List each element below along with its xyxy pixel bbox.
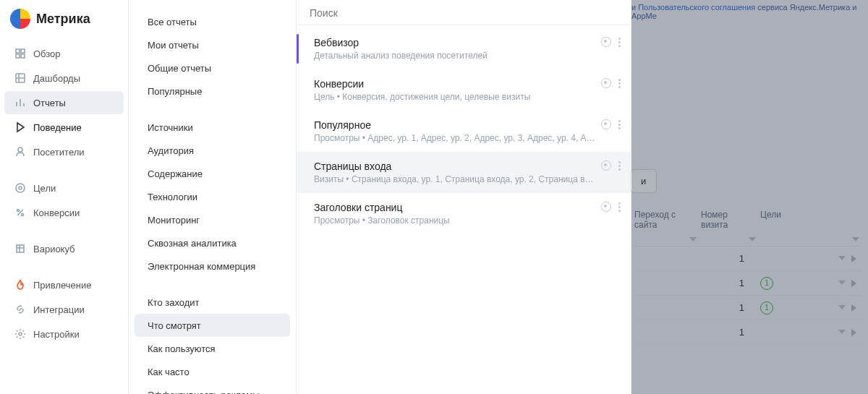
- cat-my-reports[interactable]: Мои отчеты: [135, 33, 290, 56]
- link-icon: [14, 304, 26, 315]
- gear-icon: [14, 328, 26, 340]
- nav-label: Поведение: [33, 122, 82, 133]
- cat-content[interactable]: Содержание: [135, 162, 290, 185]
- cat-tech[interactable]: Технологии: [135, 185, 290, 208]
- nav-acquisition[interactable]: Привлечение: [4, 273, 124, 296]
- nav-dashboards[interactable]: Дашборды: [4, 67, 124, 90]
- play-icon[interactable]: [851, 304, 856, 312]
- report-group-behavior: Кто заходит Что смотрят Как пользуются К…: [129, 291, 296, 394]
- cat-shared-reports[interactable]: Общие отчеты: [135, 56, 290, 80]
- nav-label: Вариокуб: [33, 244, 75, 254]
- nav-settings[interactable]: Настройки: [4, 322, 124, 346]
- more-icon[interactable]: [618, 38, 621, 47]
- logo-text: Метрика: [36, 12, 90, 27]
- filter-icon[interactable]: [852, 237, 859, 243]
- play-icon[interactable]: [851, 329, 856, 336]
- user-icon: [14, 146, 26, 158]
- cat-how-often[interactable]: Как часто: [135, 360, 290, 383]
- report-conversions[interactable]: Конверсии Цель • Конверсия, достижения ц…: [297, 69, 631, 111]
- report-entry-pages[interactable]: Страницы входа Визиты • Страница входа, …: [297, 152, 631, 193]
- th-visit-number[interactable]: Номер визита: [701, 210, 760, 230]
- table-row[interactable]: 1 1: [634, 271, 861, 296]
- pin-icon[interactable]: [601, 78, 611, 88]
- nav-overview[interactable]: Обзор: [4, 42, 124, 65]
- nav-reports[interactable]: Отчеты: [4, 91, 124, 114]
- more-icon[interactable]: [618, 161, 621, 171]
- report-actions: [601, 37, 621, 47]
- nav-integrations[interactable]: Интеграции: [4, 298, 124, 321]
- th-referrer[interactable]: Переход с сайта: [634, 210, 701, 230]
- table-row[interactable]: 1: [634, 247, 861, 271]
- nav-label: Цели: [33, 183, 56, 194]
- report-group-standard: Источники Аудитория Содержание Технологи…: [129, 116, 296, 291]
- search-input[interactable]: [310, 7, 618, 19]
- cat-how-use[interactable]: Как пользуются: [135, 337, 290, 360]
- play-icon: [14, 121, 26, 133]
- report-category-panel: Все отчеты Мои отчеты Общие отчеты Попул…: [129, 0, 297, 394]
- report-title: Вебвизор: [314, 37, 597, 48]
- report-title: Заголовки страниц: [314, 202, 597, 213]
- svg-point-10: [22, 214, 24, 216]
- th-goals[interactable]: Цели: [760, 210, 861, 230]
- bg-button-fragment[interactable]: и: [630, 169, 657, 193]
- nav-visitors[interactable]: Посетители: [4, 140, 124, 163]
- more-icon[interactable]: [618, 79, 621, 88]
- pin-icon[interactable]: [601, 202, 611, 212]
- more-icon[interactable]: [618, 202, 621, 212]
- percent-icon: [14, 207, 26, 218]
- pin-icon[interactable]: [601, 37, 611, 47]
- cat-sources[interactable]: Источники: [135, 116, 290, 139]
- more-icon[interactable]: [618, 120, 621, 129]
- filter-icon[interactable]: [689, 237, 697, 243]
- report-actions: [601, 160, 621, 171]
- cat-monitoring[interactable]: Мониторинг: [135, 208, 290, 231]
- nav-conversions[interactable]: Конверсии: [4, 201, 124, 224]
- logo[interactable]: Метрика: [0, 9, 128, 42]
- cat-ad-efficiency[interactable]: Эффективность рекламы: [135, 383, 290, 394]
- cat-what-viewed[interactable]: Что смотрят: [135, 314, 290, 337]
- report-subtitle: Цель • Конверсия, достижения цели, целев…: [314, 92, 597, 102]
- report-popular[interactable]: Популярное Просмотры • Адрес, ур. 1, Адр…: [297, 111, 631, 152]
- report-title: Популярное: [314, 119, 597, 131]
- svg-rect-0: [16, 49, 20, 53]
- cat-who-visits[interactable]: Кто заходит: [135, 291, 290, 314]
- divider: [297, 25, 631, 25]
- cat-ecommerce[interactable]: Электронная коммерция: [135, 254, 290, 278]
- report-group-basic: Все отчеты Мои отчеты Общие отчеты Попул…: [129, 10, 296, 116]
- play-icon[interactable]: [851, 280, 856, 287]
- cat-popular[interactable]: Популярные: [135, 80, 290, 103]
- pin-icon[interactable]: [601, 160, 611, 171]
- logo-icon: [10, 9, 30, 29]
- filter-icon[interactable]: [838, 330, 846, 335]
- nav-label: Настройки: [33, 329, 80, 340]
- table-row[interactable]: 1 1: [634, 296, 861, 320]
- cat-e2e-analytics[interactable]: Сквозная аналитика: [135, 231, 290, 254]
- svg-rect-1: [21, 49, 25, 53]
- nav-label: Дашборды: [33, 73, 80, 84]
- filter-icon[interactable]: [838, 280, 846, 286]
- filter-icon[interactable]: [838, 256, 846, 262]
- filter-icon[interactable]: [838, 305, 846, 311]
- target-icon: [14, 182, 26, 194]
- cat-all-reports[interactable]: Все отчеты: [135, 10, 290, 33]
- nav-goals[interactable]: Цели: [4, 176, 124, 200]
- cat-audience[interactable]: Аудитория: [135, 139, 290, 162]
- table-row[interactable]: 1: [634, 320, 861, 345]
- report-actions: [601, 78, 621, 88]
- grid-icon: [14, 48, 26, 59]
- play-icon[interactable]: [851, 255, 856, 262]
- filter-icon[interactable]: [749, 237, 756, 243]
- report-list-panel: Вебвизор Детальный анализ поведения посе…: [297, 0, 631, 394]
- report-actions: [601, 202, 621, 212]
- nav-behavior[interactable]: Поведение: [4, 116, 124, 139]
- report-page-titles[interactable]: Заголовки страниц Просмотры • Заголовок …: [297, 193, 631, 234]
- legal-link[interactable]: Пользовательского соглашения: [638, 3, 755, 12]
- nav-variocube[interactable]: Вариокуб: [4, 237, 124, 260]
- svg-point-9: [17, 210, 20, 212]
- report-webvisor[interactable]: Вебвизор Детальный анализ поведения посе…: [297, 28, 631, 69]
- cube-icon: [14, 243, 26, 254]
- report-subtitle: Детальный анализ поведения посетителей: [314, 51, 597, 61]
- svg-rect-2: [16, 54, 20, 58]
- pin-icon[interactable]: [601, 119, 611, 129]
- nav-label: Интеграции: [33, 304, 85, 315]
